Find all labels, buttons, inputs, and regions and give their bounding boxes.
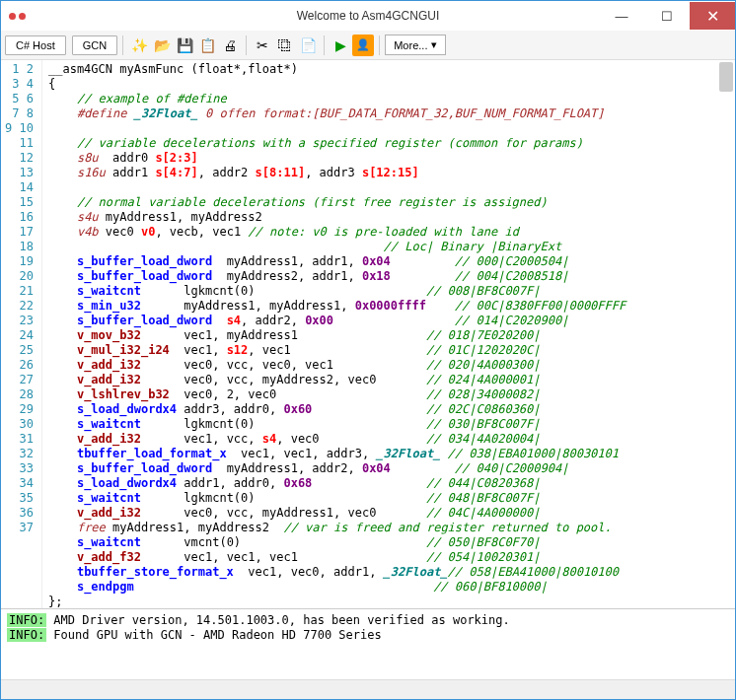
maximize-button[interactable]: ☐ — [644, 2, 690, 30]
code-line: v_add_f32 vec1, vec1, vec1 // 054|100203… — [48, 550, 735, 565]
new-icon[interactable]: ✨ — [128, 35, 150, 56]
more-button[interactable]: More... ▾ — [385, 35, 446, 55]
minimize-button[interactable]: — — [599, 2, 644, 30]
code-line: s4u myAddress1, myAddress2 — [48, 210, 735, 225]
print-icon[interactable]: 🖨 — [219, 35, 241, 56]
saveall-icon[interactable]: 📋 — [196, 35, 218, 56]
code-line: s_waitcnt vmcnt(0) // 050|BF8C0F70| — [48, 535, 735, 550]
run-icon[interactable]: ▶ — [330, 35, 351, 56]
code-line: s16u addr1 s[4:7], addr2 s[8:11], addr3 … — [48, 166, 735, 180]
code-area[interactable]: __asm4GCN myAsmFunc (float*,float*){ // … — [42, 60, 735, 608]
output-line: INFO: Found GPU with GCN - AMD Radeon HD… — [7, 628, 729, 643]
save-icon[interactable]: 💾 — [174, 35, 195, 56]
output-line: INFO: AMD Driver version, 14.501.1003.0,… — [7, 613, 729, 628]
code-line: s_buffer_load_dword s4, addr2, 0x00 // 0… — [48, 314, 735, 328]
code-line — [48, 180, 735, 195]
cut-icon[interactable]: ✂ — [252, 35, 273, 56]
code-line: s_buffer_load_dword myAddress2, addr1, 0… — [48, 269, 735, 284]
tab-gcn[interactable]: GCN — [72, 35, 117, 55]
avatar-icon[interactable]: 👤 — [352, 35, 374, 56]
code-line: v_add_i32 vec0, vcc, vec0, vec1 // 020|4… — [48, 358, 735, 373]
code-line: v4b vec0 v0, vecb, vec1 // note: v0 is p… — [48, 225, 735, 240]
window-menu-icon[interactable] — [9, 13, 26, 20]
code-line: tbuffer_load_format_x vec1, vec1, addr3,… — [48, 447, 735, 461]
copy-icon[interactable]: ⿻ — [274, 35, 296, 56]
code-line: // Loc| Binary |BinaryExt — [48, 240, 735, 254]
code-line: { — [48, 77, 735, 92]
tab-csharp-host[interactable]: C# Host — [5, 35, 66, 55]
code-line: s_waitcnt lgkmcnt(0) // 008|BF8C007F| — [48, 284, 735, 299]
code-line: s_endpgm // 060|BF810000| — [48, 580, 735, 595]
code-line: #define _32Float_ 0 offen format:[BUF_DA… — [48, 106, 735, 121]
code-line: v_lshlrev_b32 vec0, 2, vec0 // 028|34000… — [48, 387, 735, 402]
code-line: }; — [48, 595, 735, 608]
window-title: Welcome to Asm4GCNGUI — [297, 9, 439, 23]
status-bar — [1, 679, 735, 699]
output-text: Found GPU with GCN - AMD Radeon HD 7700 … — [46, 628, 382, 642]
code-line: s_load_dwordx4 addr1, addr0, 0x68 // 044… — [48, 476, 735, 491]
code-line: v_add_i32 vec0, vcc, myAddress1, vec0 //… — [48, 506, 735, 521]
code-line: free myAddress1, myAddress2 // var is fr… — [48, 521, 735, 535]
titlebar: Welcome to Asm4GCNGUI — ☐ ✕ — [1, 1, 735, 31]
code-line: s_buffer_load_dword myAddress1, addr1, 0… — [48, 254, 735, 269]
output-panel: INFO: AMD Driver version, 14.501.1003.0,… — [1, 608, 735, 679]
code-line: // normal variable decelerations (first … — [48, 195, 735, 210]
more-label: More... — [394, 39, 427, 51]
code-line: __asm4GCN myAsmFunc (float*,float*) — [48, 62, 735, 77]
code-line: v_add_i32 vec0, vcc, myAddress2, vec0 //… — [48, 373, 735, 387]
code-line: tbuffer_store_format_x vec1, vec0, addr1… — [48, 565, 735, 580]
code-line: s_min_u32 myAddress1, myAddress1, 0x0000… — [48, 299, 735, 314]
code-line: s_buffer_load_dword myAddress1, addr2, 0… — [48, 461, 735, 476]
code-line: v_mov_b32 vec1, myAddress1 // 018|7E0202… — [48, 328, 735, 343]
info-badge: INFO: — [7, 613, 46, 627]
close-button[interactable]: ✕ — [690, 2, 735, 30]
code-line: // example of #define — [48, 92, 735, 106]
chevron-down-icon: ▾ — [431, 38, 437, 51]
open-icon[interactable]: 📂 — [151, 35, 173, 56]
code-line: s_waitcnt lgkmcnt(0) // 048|BF8C007F| — [48, 491, 735, 506]
code-editor[interactable]: 1 2 3 4 5 6 7 8 9 10 11 12 13 14 15 16 1… — [1, 60, 735, 608]
code-line: s8u addr0 s[2:3] — [48, 151, 735, 166]
toolbar: C# Host GCN ✨ 📂 💾 📋 🖨 ✂ ⿻ 📄 ▶ 👤 More... … — [1, 31, 735, 60]
code-line: v_mul_i32_i24 vec1, s12, vec1 // 01C|120… — [48, 343, 735, 358]
code-line: v_add_i32 vec1, vcc, s4, vec0 // 034|4A0… — [48, 432, 735, 447]
output-text: AMD Driver version, 14.501.1003.0, has b… — [46, 613, 510, 627]
info-badge: INFO: — [7, 628, 46, 642]
window-controls: — ☐ ✕ — [599, 2, 735, 30]
code-line: s_load_dwordx4 addr3, addr0, 0x60 // 02C… — [48, 402, 735, 417]
code-line — [48, 121, 735, 136]
vertical-scrollbar[interactable] — [719, 62, 733, 92]
paste-icon[interactable]: 📄 — [297, 35, 319, 56]
code-line: // variable decelerations with a specifi… — [48, 136, 735, 151]
line-gutter: 1 2 3 4 5 6 7 8 9 10 11 12 13 14 15 16 1… — [1, 60, 42, 608]
code-line: s_waitcnt lgkmcnt(0) // 030|BF8C007F| — [48, 417, 735, 432]
